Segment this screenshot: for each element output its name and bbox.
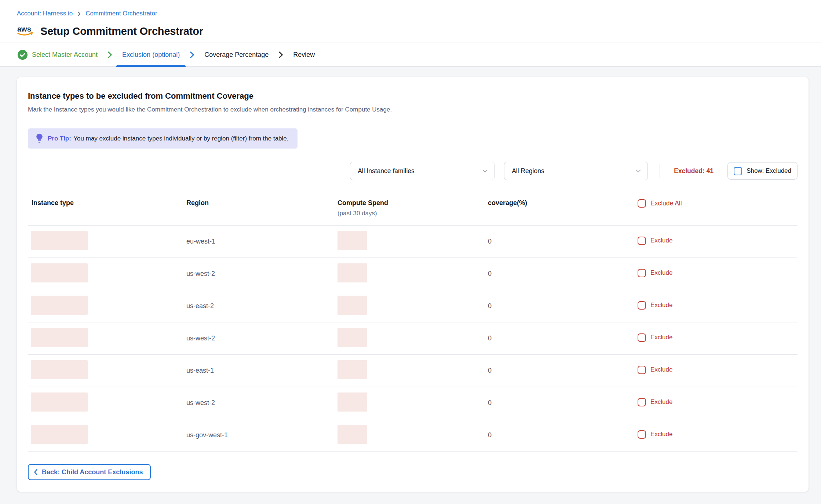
breadcrumb-account-link[interactable]: Account: Harness.io [17, 9, 73, 18]
region-dropdown[interactable]: All Regions [504, 162, 648, 180]
pro-tip-body: You may exclude instance types individua… [73, 135, 288, 142]
svg-text:aws: aws [17, 25, 31, 33]
coverage-cell: 0 [483, 367, 632, 375]
step-label: Review [293, 51, 315, 59]
exclude-checkbox[interactable] [638, 430, 646, 439]
exclude-label: Exclude [650, 398, 672, 406]
show-excluded-label: Show: Excluded [747, 167, 791, 175]
instance-type-redacted [31, 231, 88, 250]
coverage-cell: 0 [483, 238, 632, 245]
exclude-toggle[interactable]: Exclude [638, 301, 672, 310]
step-coverage-percentage[interactable]: Coverage Percentage [198, 43, 274, 66]
exclude-checkbox[interactable] [638, 269, 646, 277]
instance-type-redacted [31, 425, 88, 444]
compute-spend-redacted [337, 296, 367, 315]
region-cell: us-west-2 [181, 399, 332, 407]
exclude-checkbox[interactable] [638, 301, 646, 310]
exclude-toggle[interactable]: Exclude [638, 269, 672, 277]
header-compute-spend-title: Compute Spend [337, 199, 388, 207]
instance-type-redacted [31, 392, 88, 412]
back-button[interactable]: Back: Child Account Exclusions [28, 464, 151, 480]
table-row: us-west-2 0 Exclude [28, 258, 798, 290]
exclude-all-toggle[interactable]: Exclude All [638, 199, 682, 208]
aws-logo-icon: aws [17, 25, 34, 37]
step-label: Select Master Account [32, 51, 98, 59]
page-title: Setup Commitment Orchestrator [40, 25, 203, 37]
instance-type-redacted [31, 296, 88, 315]
exclusion-card: Instance types to be excluded from Commi… [17, 77, 809, 492]
exclude-toggle[interactable]: Exclude [638, 398, 672, 406]
exclude-toggle[interactable]: Exclude [638, 366, 672, 374]
step-label: Coverage Percentage [204, 51, 269, 59]
exclude-label: Exclude [650, 302, 672, 309]
exclude-label: Exclude [650, 366, 672, 373]
table-row: eu-west-1 0 Exclude [28, 226, 798, 258]
chevron-down-icon [636, 169, 641, 173]
exclusions-table: Instance type Region Compute Spend (past… [28, 193, 798, 452]
pro-tip-text: Pro Tip: You may exclude instance types … [48, 134, 289, 143]
coverage-cell: 0 [483, 335, 632, 342]
coverage-cell: 0 [483, 399, 632, 407]
lightbulb-icon [36, 134, 43, 143]
step-exclusion-optional[interactable]: Exclusion (optional) [116, 43, 186, 66]
table-header-row: Instance type Region Compute Spend (past… [28, 193, 798, 226]
step-complete-check-icon [18, 50, 28, 60]
coverage-cell: 0 [483, 431, 632, 439]
breadcrumb-chevron-icon [77, 11, 81, 16]
exclude-toggle[interactable]: Exclude [638, 237, 672, 245]
region-cell: eu-west-1 [181, 238, 332, 245]
coverage-cell: 0 [483, 270, 632, 278]
exclude-label: Exclude [650, 334, 672, 341]
exclude-label: Exclude [650, 237, 672, 244]
chevron-left-icon [34, 469, 38, 475]
header-compute-spend: Compute Spend (past 30 days) [332, 199, 483, 217]
card-title: Instance types to be excluded from Commi… [28, 91, 798, 101]
table-row: us-east-2 0 Exclude [28, 290, 798, 322]
compute-spend-redacted [337, 263, 367, 282]
header-instance-type: Instance type [28, 199, 181, 207]
breadcrumb: Account: Harness.io Commitment Orchestra… [17, 9, 804, 18]
compute-spend-redacted [337, 360, 367, 379]
coverage-cell: 0 [483, 302, 632, 310]
title-row: aws Setup Commitment Orchestrator [17, 23, 804, 40]
exclude-toggle[interactable]: Exclude [638, 333, 672, 342]
wizard-stepper: Select Master Account Exclusion (optiona… [0, 43, 821, 67]
page-header: Account: Harness.io Commitment Orchestra… [0, 0, 821, 43]
exclude-checkbox[interactable] [638, 398, 646, 406]
exclude-toggle[interactable]: Exclude [638, 430, 672, 439]
region-cell: us-gov-west-1 [181, 431, 332, 439]
table-row: us-east-1 0 Exclude [28, 355, 798, 387]
step-review[interactable]: Review [287, 43, 321, 66]
header-coverage: coverage(%) [483, 199, 632, 207]
region-cell: us-west-2 [181, 270, 332, 278]
breadcrumb-section-link[interactable]: Commitment Orchestrator [85, 9, 157, 18]
back-button-label: Back: Child Account Exclusions [42, 468, 143, 476]
exclude-checkbox[interactable] [638, 333, 646, 342]
pro-tip-label: Pro Tip: [48, 135, 71, 142]
table-row: us-gov-west-1 0 Exclude [28, 419, 798, 452]
header-region: Region [181, 199, 332, 207]
stepper-chevron-icon [103, 43, 116, 66]
stepper-chevron-icon [186, 43, 198, 66]
step-select-master-account[interactable]: Select Master Account [12, 43, 103, 66]
exclude-label: Exclude [650, 269, 672, 277]
instance-type-redacted [31, 263, 88, 282]
filters-row: All Instance families All Regions Exclud… [28, 162, 798, 180]
main-content: Instance types to be excluded from Commi… [0, 67, 821, 492]
region-dropdown-value: All Regions [512, 167, 544, 175]
exclude-label: Exclude [650, 431, 672, 438]
exclude-all-label: Exclude All [650, 200, 682, 207]
step-label: Exclusion (optional) [122, 51, 180, 59]
exclude-all-checkbox[interactable] [638, 199, 646, 208]
header-compute-spend-note: (past 30 days) [337, 210, 483, 217]
instance-family-dropdown-value: All Instance families [358, 167, 415, 175]
exclude-checkbox[interactable] [638, 237, 646, 245]
vertical-divider [660, 164, 660, 178]
table-row: us-west-2 0 Exclude [28, 387, 798, 419]
compute-spend-redacted [337, 328, 367, 347]
show-excluded-toggle[interactable]: Show: Excluded [727, 162, 798, 180]
exclude-checkbox[interactable] [638, 366, 646, 374]
instance-family-dropdown[interactable]: All Instance families [350, 162, 495, 180]
show-excluded-checkbox[interactable] [734, 167, 742, 175]
stepper-chevron-icon [274, 43, 287, 66]
